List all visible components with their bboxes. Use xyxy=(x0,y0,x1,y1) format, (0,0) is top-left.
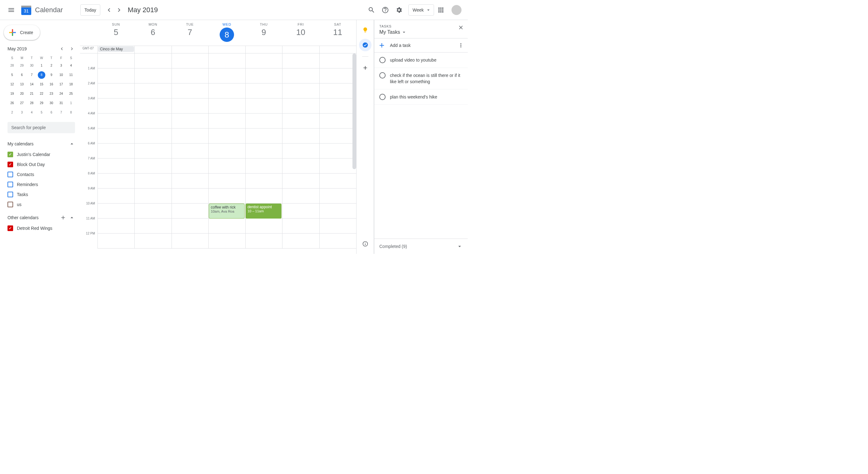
day-column[interactable] xyxy=(319,54,356,248)
mini-day[interactable]: 24 xyxy=(58,90,65,97)
day-column[interactable] xyxy=(97,54,134,248)
task-item[interactable]: check if the ocean is still there or if … xyxy=(374,68,468,89)
hour-cell[interactable] xyxy=(98,188,134,204)
mini-day[interactable]: 16 xyxy=(48,81,55,88)
mini-day[interactable]: 5 xyxy=(38,109,45,116)
mini-day[interactable]: 25 xyxy=(67,90,75,97)
hour-cell[interactable] xyxy=(135,128,171,144)
hour-cell[interactable] xyxy=(98,218,134,234)
mini-day[interactable]: 20 xyxy=(18,90,26,97)
mini-day[interactable]: 26 xyxy=(8,99,16,107)
hour-cell[interactable] xyxy=(98,204,134,218)
hour-cell[interactable] xyxy=(282,54,319,68)
hour-cell[interactable] xyxy=(320,188,356,204)
hour-cell[interactable] xyxy=(98,114,134,128)
mini-day[interactable]: 12 xyxy=(8,81,16,88)
hour-cell[interactable] xyxy=(282,144,319,158)
mini-day[interactable]: 4 xyxy=(28,109,36,116)
mini-day[interactable]: 2 xyxy=(8,109,16,116)
calendar-item[interactable]: us xyxy=(7,200,75,209)
hour-cell[interactable] xyxy=(98,234,134,248)
hour-cell[interactable] xyxy=(98,174,134,188)
allday-cell[interactable] xyxy=(134,46,171,53)
hour-cell[interactable] xyxy=(135,218,171,234)
mini-day[interactable]: 30 xyxy=(48,99,55,107)
mini-day[interactable]: 7 xyxy=(28,71,36,79)
task-complete-circle[interactable] xyxy=(379,94,385,100)
google-apps-button[interactable] xyxy=(435,4,447,16)
hour-cell[interactable] xyxy=(282,204,319,218)
prev-week-button[interactable] xyxy=(104,5,114,15)
hour-cell[interactable] xyxy=(320,174,356,188)
hour-cell[interactable] xyxy=(209,218,245,234)
hour-cell[interactable] xyxy=(320,234,356,248)
hour-cell[interactable] xyxy=(135,84,171,98)
mini-prev-month[interactable] xyxy=(58,45,66,53)
calendar-item[interactable]: Tasks xyxy=(7,189,75,200)
hour-cell[interactable] xyxy=(172,204,208,218)
hour-cell[interactable] xyxy=(209,98,245,114)
mini-day[interactable]: 17 xyxy=(58,81,65,88)
add-addon-button[interactable] xyxy=(359,62,372,74)
keep-button[interactable] xyxy=(359,24,372,36)
support-button[interactable] xyxy=(379,4,392,16)
next-week-button[interactable] xyxy=(114,5,124,15)
calendar-checkbox[interactable] xyxy=(7,192,13,197)
mini-day[interactable]: 23 xyxy=(48,90,55,97)
hour-cell[interactable] xyxy=(98,68,134,84)
hour-cell[interactable] xyxy=(246,128,282,144)
hour-cell[interactable] xyxy=(209,128,245,144)
calendar-item[interactable]: Contacts xyxy=(7,170,75,179)
hour-cell[interactable] xyxy=(135,98,171,114)
calendar-checkbox[interactable] xyxy=(7,226,13,231)
view-selector[interactable]: Week xyxy=(408,4,434,16)
hour-cell[interactable] xyxy=(282,128,319,144)
day-header[interactable]: TUE7 xyxy=(172,20,208,46)
mini-day[interactable]: 27 xyxy=(18,99,26,107)
hour-cell[interactable] xyxy=(320,204,356,218)
main-menu-button[interactable] xyxy=(4,2,19,18)
hour-cell[interactable] xyxy=(172,144,208,158)
hour-cell[interactable] xyxy=(209,234,245,248)
hour-cell[interactable] xyxy=(135,114,171,128)
hour-cell[interactable] xyxy=(246,158,282,174)
mini-day[interactable]: 6 xyxy=(18,71,26,79)
hour-cell[interactable] xyxy=(320,68,356,84)
mini-day[interactable]: 13 xyxy=(18,81,26,88)
hour-cell[interactable] xyxy=(135,68,171,84)
hour-cell[interactable] xyxy=(172,68,208,84)
allday-event[interactable]: Cinco de May xyxy=(98,46,134,52)
hour-cell[interactable] xyxy=(246,84,282,98)
calendar-checkbox[interactable] xyxy=(7,161,13,167)
hour-cell[interactable] xyxy=(209,144,245,158)
plus-icon[interactable] xyxy=(60,214,66,221)
calendar-checkbox[interactable] xyxy=(7,152,13,157)
mini-day[interactable]: 3 xyxy=(18,109,26,116)
mini-day[interactable]: 15 xyxy=(38,81,45,88)
task-item[interactable]: plan this weekend's hike xyxy=(374,89,468,105)
hour-cell[interactable] xyxy=(135,54,171,68)
day-header[interactable]: SAT11 xyxy=(319,20,356,46)
calendar-event[interactable]: coffee with rick10am, Ava Roa xyxy=(209,204,245,218)
calendar-event[interactable]: dentist appoint10 – 11am xyxy=(246,204,281,218)
mini-day[interactable]: 3 xyxy=(58,62,65,69)
hour-cell[interactable] xyxy=(209,68,245,84)
day-column[interactable] xyxy=(134,54,171,248)
search-people-input[interactable]: Search for people xyxy=(7,122,75,133)
hour-cell[interactable] xyxy=(209,174,245,188)
hour-cell[interactable] xyxy=(320,84,356,98)
add-task-button[interactable]: Add a task xyxy=(378,41,458,49)
hour-cell[interactable] xyxy=(320,218,356,234)
hour-cell[interactable] xyxy=(135,188,171,204)
calendar-item[interactable]: Block Out Day xyxy=(7,159,75,170)
hour-cell[interactable] xyxy=(282,174,319,188)
day-column[interactable] xyxy=(282,54,319,248)
hour-cell[interactable] xyxy=(172,98,208,114)
hour-cell[interactable] xyxy=(320,158,356,174)
allday-cell[interactable] xyxy=(319,46,356,53)
task-item[interactable]: upload video to youtube xyxy=(374,53,468,68)
hour-cell[interactable] xyxy=(246,144,282,158)
hour-cell[interactable] xyxy=(282,68,319,84)
mini-day[interactable]: 11 xyxy=(67,71,75,79)
calendar-item[interactable]: Detroit Red Wings xyxy=(7,223,75,233)
